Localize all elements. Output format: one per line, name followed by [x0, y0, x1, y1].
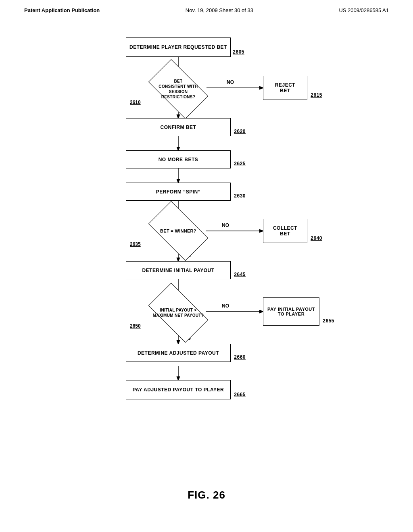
diamond-2650-label: INITIAL PAYOUT > MAXIMUM NET PAYOUT? — [153, 308, 204, 318]
box-2665-number: 2665 — [234, 392, 246, 397]
box-2660-label: DETERMINE ADJUSTED PAYOUT — [138, 350, 219, 356]
diamond-2635-label: BET = WINNER? — [160, 228, 196, 234]
box-2620-label: CONFIRM BET — [161, 125, 196, 130]
box-reject-number: 2615 — [311, 92, 322, 98]
box-2605: DETERMINE PLAYER REQUESTED BET 2605 — [126, 37, 231, 57]
box-2625-label: NO MORE BETS — [159, 157, 198, 162]
diamond-2650-number: 2650 — [130, 323, 141, 329]
header-right: US 2009/0286585 A1 — [339, 7, 389, 13]
diamond-2635-number: 2635 — [130, 241, 141, 247]
header-left: Patent Application Publication — [24, 7, 100, 13]
box-pay-initial-2655: PAY INITIAL PAYOUTTO PLAYER 2655 — [263, 297, 319, 326]
box-collect-label: COLLECTBET — [273, 225, 297, 237]
page-header: Patent Application Publication Nov. 19, … — [0, 0, 413, 17]
box-2605-label: DETERMINE PLAYER REQUESTED BET — [129, 44, 227, 50]
diamond-2610-label: BET CONSISTENT WITH SESSION RESTRICTIONS… — [159, 79, 198, 100]
box-2645-label: DETERMINE INITIAL PAYOUT — [142, 268, 214, 273]
box-reject-label: REJECTBET — [275, 82, 295, 94]
diamond-2650: INITIAL PAYOUT > MAXIMUM NET PAYOUT? 265… — [126, 295, 231, 330]
box-2665: PAY ADJUSTED PAYOUT TO PLAYER 2665 — [126, 380, 231, 399]
box-2660: DETERMINE ADJUSTED PAYOUT 2660 — [126, 344, 231, 362]
header-center: Nov. 19, 2009 Sheet 30 of 33 — [186, 7, 253, 13]
box-pay-initial-number: 2655 — [323, 318, 334, 324]
box-2665-label: PAY ADJUSTED PAYOUT TO PLAYER — [133, 387, 224, 393]
box-2630: PERFORM “SPIN” 2630 — [126, 183, 231, 201]
box-reject-2615: REJECTBET 2615 — [263, 76, 307, 100]
diamond-2610: BET CONSISTENT WITH SESSION RESTRICTIONS… — [126, 72, 231, 106]
box-pay-initial-label: PAY INITIAL PAYOUTTO PLAYER — [267, 307, 315, 316]
diamond-2610-number: 2610 — [130, 100, 141, 105]
figure-label: FIG. 26 — [0, 489, 413, 501]
flowchart-diagram: NO YES YES NO YES NO — [65, 29, 348, 481]
box-2620: CONFIRM BET 2620 — [126, 118, 231, 136]
diamond-2635: BET = WINNER? 2635 — [126, 215, 231, 247]
box-2625-number: 2625 — [234, 161, 246, 166]
box-2645: DETERMINE INITIAL PAYOUT 2645 — [126, 261, 231, 279]
box-2630-number: 2630 — [234, 193, 246, 199]
box-2620-number: 2620 — [234, 129, 246, 134]
box-collect-number: 2640 — [311, 235, 322, 241]
box-2645-number: 2645 — [234, 272, 246, 277]
box-2630-label: PERFORM “SPIN” — [156, 189, 200, 195]
box-collect-2640: COLLECTBET 2640 — [263, 219, 307, 243]
box-2660-number: 2660 — [234, 354, 246, 360]
box-2625: NO MORE BETS 2625 — [126, 150, 231, 168]
box-2605-number: 2605 — [233, 49, 244, 55]
